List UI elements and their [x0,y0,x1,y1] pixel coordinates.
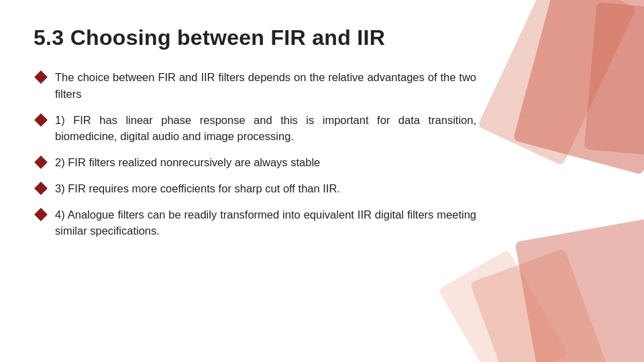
bullet-text: 4) Analogue filters can be readily trans… [55,206,476,240]
bullet-text: 1) FIR has linear phase response and thi… [55,112,476,145]
list-item: 1) FIR has linear phase response and thi… [34,112,610,145]
bullet-text: 2) FIR filters realized nonrecursively a… [55,154,476,171]
slide-title: 5.3 Choosing between FIR and IIR [34,25,610,50]
slide-content: 5.3 Choosing between FIR and IIR The cho… [0,0,644,259]
bullet-diamond-icon [34,182,48,195]
bullet-text: The choice between FIR and IIR filters d… [55,69,476,103]
bullet-diamond-icon [34,113,48,127]
slide: 5.3 Choosing between FIR and IIR The cho… [0,0,644,362]
list-item: 2) FIR filters realized nonrecursively a… [34,154,610,171]
list-item: 4) Analogue filters can be readily trans… [34,206,610,240]
list-item: The choice between FIR and IIR filters d… [34,69,610,103]
bullet-list: The choice between FIR and IIR filters d… [34,69,610,239]
bullet-diamond-icon [34,70,48,84]
bullet-diamond-icon [34,156,48,169]
bullet-diamond-icon [34,208,48,221]
bullet-text: 3) FIR requires more coefficients for sh… [55,180,476,197]
list-item: 3) FIR requires more coefficients for sh… [34,180,610,197]
